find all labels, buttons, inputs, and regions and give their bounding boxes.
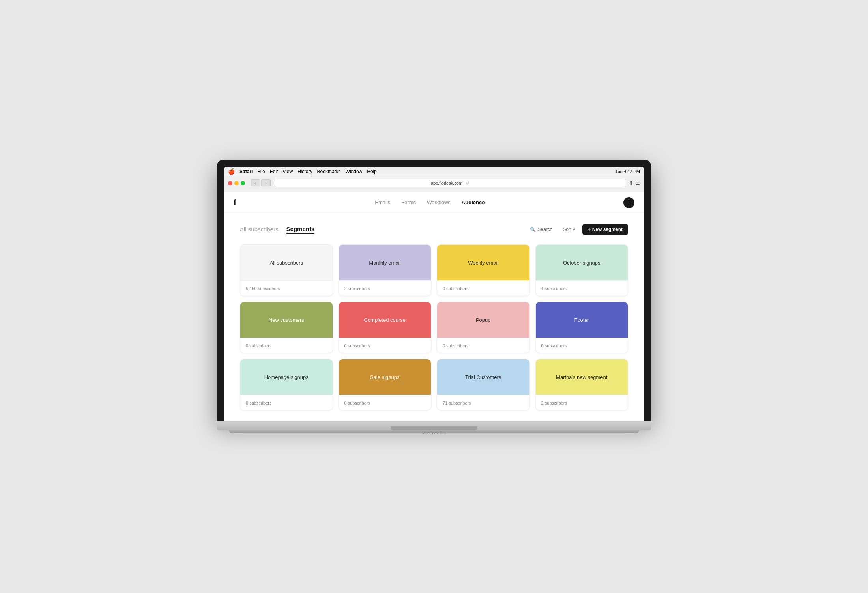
- subscriber-count: 0 subscribers: [246, 343, 271, 348]
- share-icon[interactable]: ⬆: [629, 180, 633, 186]
- segment-name: Weekly email: [468, 260, 498, 266]
- segment-name: Footer: [574, 317, 589, 323]
- segment-card-monthly-email[interactable]: Monthly email 2 subscribers: [339, 244, 432, 296]
- menu-help[interactable]: Help: [367, 169, 377, 174]
- segment-card-footer[interactable]: Footer 0 subscribers: [535, 302, 629, 353]
- page-header: All subscribers Segments 🔍 Search Sort ▾…: [240, 224, 628, 235]
- segment-footer: 0 subscribers: [536, 338, 628, 353]
- reload-icon[interactable]: ↺: [466, 181, 469, 186]
- nav-workflows[interactable]: Workflows: [427, 200, 451, 205]
- segment-color-block: New customers: [240, 302, 333, 338]
- segment-footer: 0 subscribers: [339, 338, 431, 353]
- segment-name: Sale signups: [370, 374, 399, 380]
- segment-name: All subscribers: [269, 260, 303, 266]
- segment-color-block: Monthly email: [339, 245, 431, 280]
- browser-top-row: ‹ › app.flodesk.com ↺ ⬆ ☰: [228, 179, 640, 187]
- segment-footer: 0 subscribers: [437, 338, 529, 353]
- maximize-button[interactable]: [241, 181, 245, 185]
- segment-name: Popup: [476, 317, 491, 323]
- subscriber-count: 0 subscribers: [246, 401, 271, 405]
- menu-history[interactable]: History: [297, 169, 312, 174]
- header-actions: 🔍 Search Sort ▾ + New segment: [527, 224, 628, 235]
- search-button[interactable]: 🔍 Search: [527, 225, 556, 234]
- new-segment-button[interactable]: + New segment: [582, 224, 628, 235]
- segment-footer: 71 subscribers: [437, 395, 529, 410]
- minimize-button[interactable]: [234, 181, 239, 185]
- segment-color-block: Popup: [437, 302, 529, 338]
- segment-footer: 2 subscribers: [536, 395, 628, 410]
- browser-toolbar-right: ⬆ ☰: [629, 180, 640, 186]
- menu-file[interactable]: File: [257, 169, 265, 174]
- menu-window[interactable]: Window: [346, 169, 363, 174]
- segment-card-popup[interactable]: Popup 0 subscribers: [437, 302, 530, 353]
- app-nav: f Emails Forms Workflows Audience i: [224, 192, 644, 213]
- macbook-model-label: MacBook Pro: [229, 430, 639, 435]
- chevron-down-icon: ▾: [573, 227, 575, 232]
- search-label: Search: [537, 227, 552, 232]
- subscriber-count: 2 subscribers: [541, 401, 567, 405]
- macbook-foot: MacBook Pro: [229, 430, 639, 433]
- segment-card-marthas-new-segment[interactable]: Martha's new segment 2 subscribers: [535, 359, 629, 410]
- segment-footer: 0 subscribers: [437, 280, 529, 296]
- close-button[interactable]: [228, 181, 232, 185]
- menu-bookmarks[interactable]: Bookmarks: [317, 169, 341, 174]
- segment-color-block: Trial Customers: [437, 359, 529, 395]
- nav-buttons: ‹ ›: [251, 179, 271, 186]
- segment-footer: 4 subscribers: [536, 280, 628, 296]
- nav-forms[interactable]: Forms: [401, 200, 416, 205]
- nav-emails[interactable]: Emails: [375, 200, 390, 205]
- segment-name: Trial Customers: [465, 374, 501, 380]
- menu-bar-left: 🍎 Safari File Edit View History Bookmark…: [228, 168, 377, 175]
- segment-name: New customers: [269, 317, 304, 323]
- menu-view[interactable]: View: [282, 169, 293, 174]
- search-icon: 🔍: [530, 227, 536, 232]
- sort-button[interactable]: Sort ▾: [559, 225, 578, 234]
- segment-name: Completed course: [364, 317, 406, 323]
- segment-color-block: All subscribers: [240, 245, 333, 280]
- segment-card-sale-signups[interactable]: Sale signups 0 subscribers: [339, 359, 432, 410]
- segment-card-all-subscribers[interactable]: All subscribers 5,150 subscribers: [240, 244, 333, 296]
- forward-button[interactable]: ›: [261, 179, 271, 186]
- tab-segments[interactable]: Segments: [286, 226, 315, 234]
- segment-color-block: October signups: [536, 245, 628, 280]
- app-nav-right: i: [623, 197, 634, 208]
- segment-card-trial-customers[interactable]: Trial Customers 71 subscribers: [437, 359, 530, 410]
- macbook-frame: 🍎 Safari File Edit View History Bookmark…: [217, 160, 651, 433]
- menu-bar: 🍎 Safari File Edit View History Bookmark…: [224, 167, 644, 176]
- segment-card-weekly-email[interactable]: Weekly email 0 subscribers: [437, 244, 530, 296]
- subscriber-count: 5,150 subscribers: [246, 286, 280, 291]
- segments-grid: All subscribers 5,150 subscribers Monthl…: [240, 244, 628, 410]
- back-button[interactable]: ‹: [251, 179, 260, 186]
- segment-card-homepage-signups[interactable]: Homepage signups 0 subscribers: [240, 359, 333, 410]
- segment-footer: 5,150 subscribers: [240, 280, 333, 296]
- segment-color-block: Sale signups: [339, 359, 431, 395]
- subscriber-count: 0 subscribers: [443, 286, 468, 291]
- segment-footer: 0 subscribers: [240, 395, 333, 410]
- apple-logo-icon: 🍎: [228, 168, 235, 175]
- segment-name: Homepage signups: [264, 374, 309, 380]
- nav-audience[interactable]: Audience: [462, 200, 485, 205]
- menu-edit[interactable]: Edit: [270, 169, 278, 174]
- subscriber-count: 0 subscribers: [344, 343, 370, 348]
- page-tabs: All subscribers Segments: [240, 226, 314, 234]
- subscriber-count: 0 subscribers: [443, 343, 468, 348]
- menu-app-name[interactable]: Safari: [239, 169, 253, 174]
- nav-links: Emails Forms Workflows Audience: [375, 200, 485, 205]
- segment-footer: 0 subscribers: [339, 395, 431, 410]
- tab-all-subscribers[interactable]: All subscribers: [240, 226, 279, 233]
- url-bar[interactable]: app.flodesk.com ↺: [274, 179, 626, 187]
- macbook-base: [217, 421, 651, 430]
- segment-color-block: Homepage signups: [240, 359, 333, 395]
- segment-footer: 0 subscribers: [240, 338, 333, 353]
- segment-footer: 2 subscribers: [339, 280, 431, 296]
- subscriber-count: 4 subscribers: [541, 286, 567, 291]
- user-icon-button[interactable]: i: [623, 197, 634, 208]
- segment-card-completed-course[interactable]: Completed course 0 subscribers: [339, 302, 432, 353]
- sort-label: Sort: [563, 227, 571, 232]
- sidebar-icon[interactable]: ☰: [636, 180, 640, 186]
- screen-inner: 🍎 Safari File Edit View History Bookmark…: [224, 167, 644, 421]
- segment-name: Monthly email: [369, 260, 400, 266]
- segment-card-new-customers[interactable]: New customers 0 subscribers: [240, 302, 333, 353]
- segment-card-october-signups[interactable]: October signups 4 subscribers: [535, 244, 629, 296]
- menu-bar-time: Tue 4:17 PM: [615, 169, 640, 174]
